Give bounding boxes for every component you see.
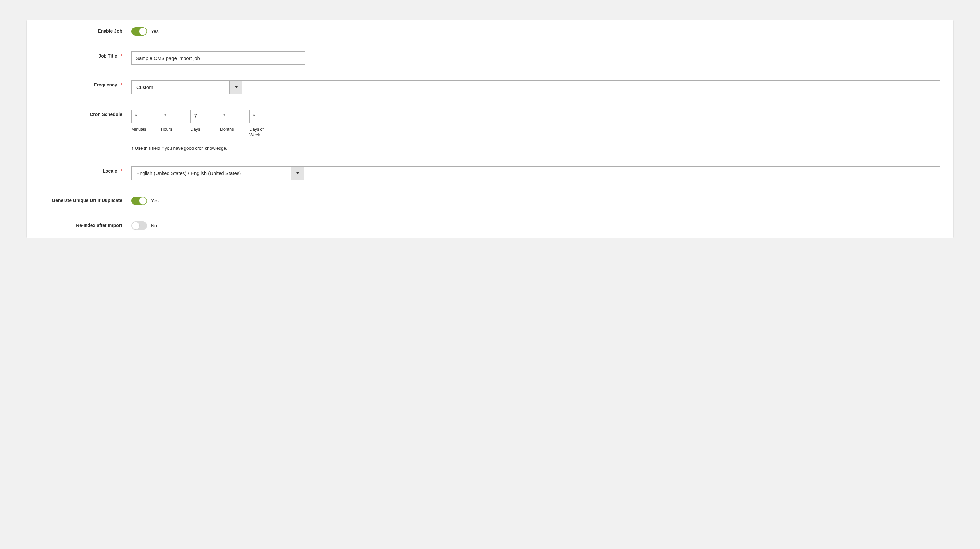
field-frequency: Frequency * Custom: [40, 80, 940, 94]
label-reindex: Re-Index after Import: [40, 221, 131, 228]
label-cron-schedule: Cron Schedule: [40, 110, 131, 117]
control-frequency: Custom: [131, 80, 940, 94]
label-text: Locale: [103, 169, 117, 173]
cron-col-minutes: Minutes: [131, 110, 155, 138]
chevron-down-icon[interactable]: [291, 167, 304, 180]
control-reindex: No: [131, 221, 940, 230]
control-job-title: [131, 51, 940, 65]
sublabel-months: Months: [220, 127, 243, 132]
select-locale-value[interactable]: English (United States) / English (Unite…: [132, 167, 291, 180]
required-asterisk: *: [121, 53, 122, 59]
sublabel-days: Days: [190, 127, 214, 132]
cron-col-months: Months: [220, 110, 243, 138]
chevron-down-icon[interactable]: [229, 81, 242, 94]
sublabel-minutes: Minutes: [131, 127, 155, 132]
settings-card: Enable Job Yes Job Title * Frequency *: [26, 20, 954, 239]
input-cron-months[interactable]: [220, 110, 243, 123]
toggle-text-reindex: No: [151, 223, 157, 228]
cron-col-days: Days: [190, 110, 214, 138]
label-text: Cron Schedule: [90, 112, 122, 117]
field-locale: Locale * English (United States) / Engli…: [40, 166, 940, 180]
field-reindex: Re-Index after Import No: [40, 221, 940, 230]
control-cron-schedule: Minutes Hours Days Months Days of Week: [131, 110, 940, 151]
field-unique-url: Generate Unique Url if Dupli­cate Yes: [40, 196, 940, 205]
cron-col-dow: Days of Week: [249, 110, 273, 138]
cron-hint: ↑ Use this field if you have good cron k…: [131, 146, 940, 151]
label-text: Job Title: [98, 53, 117, 59]
toggle-text-enable-job: Yes: [151, 29, 159, 34]
toggle-knob: [132, 222, 140, 230]
field-cron-schedule: Cron Schedule Minutes Hours Days Mon: [40, 110, 940, 151]
required-asterisk: *: [121, 82, 122, 88]
control-unique-url: Yes: [131, 196, 940, 205]
input-cron-dow[interactable]: [249, 110, 273, 123]
toggle-unique-url[interactable]: [131, 197, 147, 205]
input-cron-hours[interactable]: [161, 110, 185, 123]
label-enable-job: Enable Job: [40, 27, 131, 34]
label-text: Frequency: [94, 82, 117, 88]
label-frequency: Frequency *: [40, 80, 131, 88]
toggle-text-unique-url: Yes: [151, 198, 159, 204]
toggle-knob: [139, 197, 147, 205]
select-locale[interactable]: English (United States) / English (Unite…: [131, 166, 940, 180]
sublabel-hours: Hours: [161, 127, 185, 132]
field-enable-job: Enable Job Yes: [40, 27, 940, 36]
field-job-title: Job Title *: [40, 51, 940, 65]
sublabel-dow: Days of Week: [249, 127, 273, 138]
select-frequency[interactable]: Custom: [131, 80, 940, 94]
toggle-enable-job[interactable]: [131, 27, 147, 36]
label-job-title: Job Title *: [40, 51, 131, 59]
toggle-knob: [139, 27, 147, 35]
toggle-reindex[interactable]: [131, 221, 147, 230]
label-text: Re-Index after Import: [76, 223, 122, 228]
label-unique-url: Generate Unique Url if Dupli­cate: [40, 196, 131, 203]
input-cron-days[interactable]: [190, 110, 214, 123]
input-job-title[interactable]: [131, 51, 305, 65]
control-enable-job: Yes: [131, 27, 940, 36]
cron-col-hours: Hours: [161, 110, 185, 138]
required-asterisk: *: [121, 169, 122, 173]
input-cron-minutes[interactable]: [131, 110, 155, 123]
control-locale: English (United States) / English (Unite…: [131, 166, 940, 180]
label-locale: Locale *: [40, 166, 131, 173]
label-text: Generate Unique Url if Dupli­cate: [52, 198, 122, 203]
label-text: Enable Job: [98, 29, 122, 34]
select-frequency-value[interactable]: Custom: [132, 81, 229, 94]
